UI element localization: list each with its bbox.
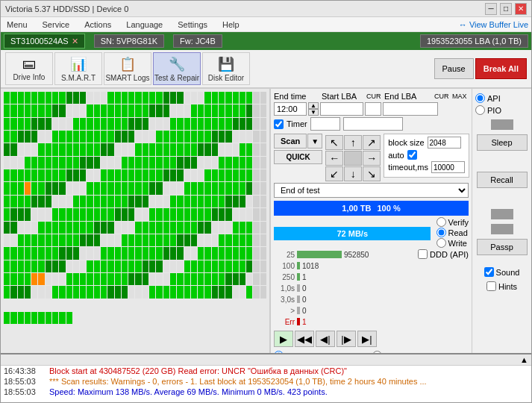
minimize-button[interactable]: ─ bbox=[485, 3, 497, 15]
scan-cell bbox=[149, 260, 155, 272]
verify-radio[interactable] bbox=[436, 217, 446, 227]
arrow-down-left[interactable]: ↙ bbox=[325, 166, 343, 181]
api-radio[interactable] bbox=[475, 93, 485, 103]
scan-cell bbox=[107, 273, 113, 285]
end-time-input[interactable] bbox=[274, 102, 307, 116]
smart-logs-button[interactable]: 📋 SMART Logs bbox=[104, 52, 151, 85]
ddd-option[interactable]: DDD (API) bbox=[418, 249, 469, 259]
ignore-radio[interactable] bbox=[274, 351, 284, 353]
scan-cell bbox=[73, 104, 79, 116]
arrow-down[interactable]: ↓ bbox=[344, 166, 362, 181]
pio-radio[interactable] bbox=[475, 105, 485, 115]
break-all-button[interactable]: Break All bbox=[475, 58, 527, 79]
passp-button[interactable]: Passp bbox=[477, 239, 528, 255]
timer-checkbox[interactable] bbox=[274, 119, 284, 129]
arrow-left[interactable]: ← bbox=[325, 151, 343, 166]
tab-close-icon[interactable]: ✕ bbox=[72, 37, 78, 46]
error-options: Ignore Erase Remap Refresh bbox=[274, 351, 469, 353]
stat-num: 100 bbox=[274, 262, 295, 270]
timeout-input[interactable] bbox=[431, 161, 465, 173]
time-down-button[interactable]: ▼ bbox=[308, 109, 319, 116]
menu-item-language[interactable]: Language bbox=[123, 19, 166, 31]
sleep-button[interactable]: Sleep bbox=[477, 134, 528, 151]
hints-option[interactable]: Hints bbox=[486, 281, 517, 291]
arrow-up-right[interactable]: ↗ bbox=[363, 135, 381, 150]
timer-value-input[interactable]: 0 bbox=[310, 117, 340, 131]
view-buffer-live-link[interactable]: ↔ View Buffer Live bbox=[459, 20, 528, 29]
test-repair-button[interactable]: 🔧 Test & Repair bbox=[153, 52, 201, 85]
close-button[interactable]: ✕ bbox=[515, 3, 527, 15]
scan-cell bbox=[122, 312, 128, 324]
scan-cell bbox=[204, 104, 210, 116]
disk-editor-button[interactable]: 💾 Disk Editor bbox=[202, 52, 250, 85]
recall-button[interactable]: Recall bbox=[477, 172, 528, 188]
timer-end-input[interactable]: 1953523054 bbox=[343, 117, 403, 131]
maximize-button[interactable]: □ bbox=[500, 3, 512, 15]
smart-button[interactable]: 📊 S.M.A.R.T bbox=[54, 52, 102, 85]
verify-option[interactable]: Verify bbox=[436, 217, 469, 227]
scan-cell bbox=[219, 222, 225, 234]
scan-cell bbox=[260, 312, 266, 324]
arrow-up[interactable]: ↑ bbox=[344, 135, 362, 150]
lba-info: 1953523055 LBA (1,0 TB) bbox=[427, 37, 522, 46]
scan-cell bbox=[240, 325, 245, 337]
menu-item-service[interactable]: Service bbox=[40, 19, 73, 31]
scan-cell bbox=[135, 118, 141, 130]
hints-checkbox[interactable] bbox=[486, 281, 496, 291]
scan-dropdown-button[interactable]: ▼ bbox=[307, 134, 322, 149]
arrow-right[interactable]: → bbox=[363, 151, 381, 166]
end-lba-input[interactable]: 1953523054 bbox=[383, 102, 438, 116]
scan-cell bbox=[80, 325, 86, 337]
start-lba-input[interactable]: 0 bbox=[320, 102, 363, 116]
read-radio[interactable] bbox=[436, 228, 446, 237]
scan-cell bbox=[170, 208, 176, 220]
menu-item-settings[interactable]: Settings bbox=[175, 19, 210, 31]
log-scroll-up[interactable]: ▲ bbox=[520, 355, 528, 364]
end-of-test-dropdown[interactable]: End of test bbox=[274, 183, 469, 198]
skip-end-button[interactable]: ▶| bbox=[357, 331, 377, 347]
cur-lba-input[interactable]: 0 bbox=[365, 102, 381, 116]
scan-cell bbox=[73, 234, 79, 246]
erase-radio[interactable] bbox=[372, 351, 382, 353]
scan-cell bbox=[107, 196, 113, 207]
scan-button[interactable]: Scan bbox=[274, 134, 307, 149]
auto-checkbox[interactable] bbox=[407, 150, 417, 160]
arrow-down-right[interactable]: ↘ bbox=[363, 166, 381, 181]
scan-cell bbox=[46, 143, 51, 155]
pio-option[interactable]: PIO bbox=[475, 105, 528, 115]
scan-cell bbox=[101, 118, 107, 130]
scan-cell bbox=[260, 338, 266, 350]
erase-option[interactable]: Erase bbox=[372, 351, 469, 353]
scan-cell bbox=[135, 104, 141, 116]
scan-cell bbox=[149, 208, 155, 220]
write-radio[interactable] bbox=[436, 238, 446, 248]
menu-item-menu[interactable]: Menu bbox=[4, 19, 31, 31]
drive-info-button[interactable]: 🖴 Drive Info bbox=[5, 52, 53, 85]
ignore-option[interactable]: Ignore bbox=[274, 351, 371, 353]
sound-checkbox[interactable] bbox=[484, 267, 494, 277]
api-option[interactable]: API bbox=[475, 93, 528, 103]
title-controls[interactable]: ─ □ ✕ bbox=[485, 3, 527, 15]
rewind-button[interactable]: ◀◀ bbox=[295, 331, 314, 347]
scan-cell bbox=[260, 325, 266, 337]
block-size-input[interactable] bbox=[428, 137, 461, 149]
scan-cell bbox=[143, 182, 148, 194]
quick-button[interactable]: QUICK bbox=[274, 150, 322, 164]
write-option[interactable]: Write bbox=[436, 238, 469, 248]
scan-cell bbox=[135, 260, 141, 272]
skip-prev-button[interactable]: ◀| bbox=[316, 331, 335, 347]
device-tab[interactable]: ST31000524AS ✕ bbox=[4, 34, 85, 49]
scan-cell bbox=[191, 299, 197, 311]
ddd-checkbox[interactable] bbox=[418, 249, 428, 259]
arrow-up-left[interactable]: ↖ bbox=[325, 135, 343, 150]
read-option[interactable]: Read bbox=[436, 228, 469, 237]
scan-cell bbox=[219, 182, 225, 194]
play-button[interactable]: ▶ bbox=[274, 331, 293, 347]
pause-button[interactable]: Pause bbox=[434, 58, 474, 79]
menu-item-help[interactable]: Help bbox=[219, 19, 242, 31]
scan-cell bbox=[18, 104, 24, 116]
menu-item-actions[interactable]: Actions bbox=[81, 19, 114, 31]
time-up-button[interactable]: ▲ bbox=[308, 102, 319, 109]
skip-next-button[interactable]: |▶ bbox=[337, 331, 356, 347]
sound-option[interactable]: Sound bbox=[484, 267, 520, 277]
